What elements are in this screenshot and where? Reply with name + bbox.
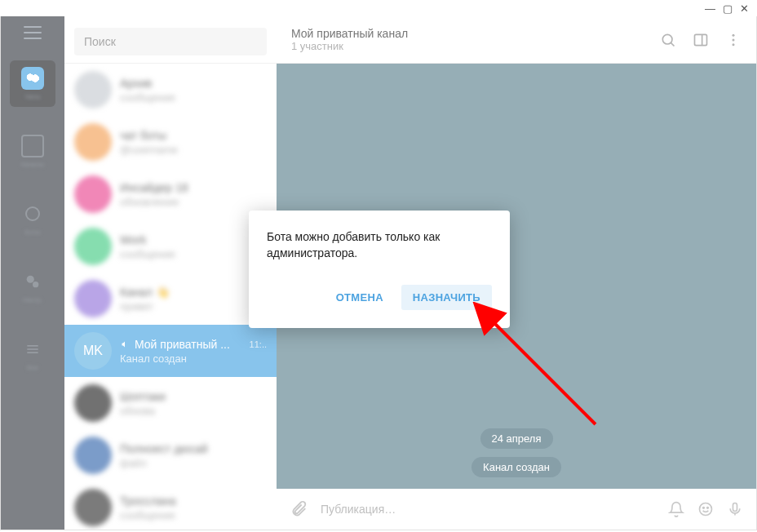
cancel-button[interactable]: ОТМЕНА bbox=[325, 285, 395, 310]
confirm-dialog: Бота можно добавить только как администр… bbox=[249, 211, 510, 328]
window-minimize-icon[interactable]: — bbox=[705, 2, 715, 15]
dialog-message: Бота можно добавить только как администр… bbox=[267, 228, 492, 262]
confirm-button[interactable]: НАЗНАЧИТЬ bbox=[401, 285, 492, 310]
dialog-actions: ОТМЕНА НАЗНАЧИТЬ bbox=[267, 285, 492, 310]
window-titlebar: — ▢ ✕ bbox=[0, 0, 757, 16]
window-close-icon[interactable]: ✕ bbox=[740, 2, 749, 15]
window-maximize-icon[interactable]: ▢ bbox=[723, 2, 733, 15]
